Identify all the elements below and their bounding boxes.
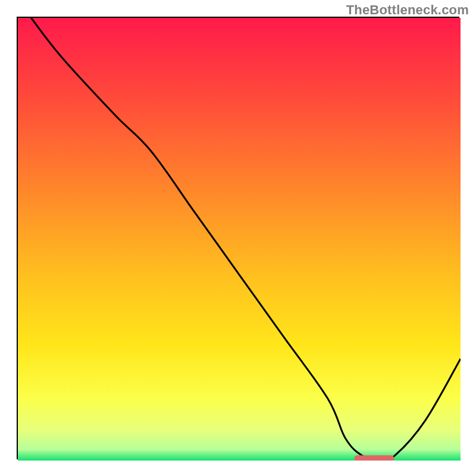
watermark-text: TheBottleneck.com [346, 2, 469, 18]
chart-frame: TheBottleneck.com [0, 0, 476, 476]
gradient-background [18, 18, 461, 461]
optimum-marker [354, 455, 394, 461]
plot-area [17, 17, 459, 459]
chart-svg [18, 18, 461, 461]
